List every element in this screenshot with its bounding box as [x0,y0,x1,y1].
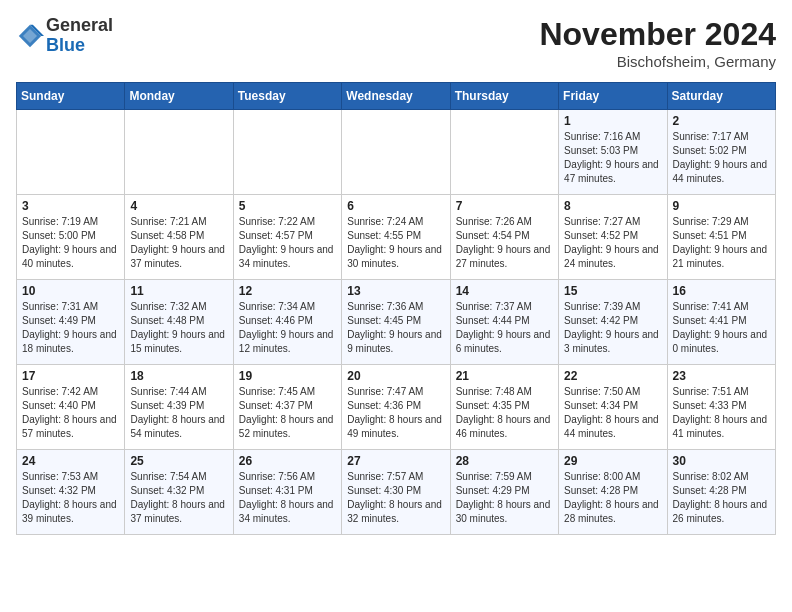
day-number: 8 [564,199,661,213]
calendar-week-4: 17Sunrise: 7:42 AM Sunset: 4:40 PM Dayli… [17,365,776,450]
calendar-cell: 30Sunrise: 8:02 AM Sunset: 4:28 PM Dayli… [667,450,775,535]
day-number: 6 [347,199,444,213]
day-info: Sunrise: 7:42 AM Sunset: 4:40 PM Dayligh… [22,385,119,441]
calendar-cell: 8Sunrise: 7:27 AM Sunset: 4:52 PM Daylig… [559,195,667,280]
day-info: Sunrise: 7:19 AM Sunset: 5:00 PM Dayligh… [22,215,119,271]
weekday-header-friday: Friday [559,83,667,110]
page-header: General Blue November 2024 Bischofsheim,… [16,16,776,70]
calendar-cell: 12Sunrise: 7:34 AM Sunset: 4:46 PM Dayli… [233,280,341,365]
calendar-week-2: 3Sunrise: 7:19 AM Sunset: 5:00 PM Daylig… [17,195,776,280]
calendar-cell: 27Sunrise: 7:57 AM Sunset: 4:30 PM Dayli… [342,450,450,535]
day-info: Sunrise: 7:57 AM Sunset: 4:30 PM Dayligh… [347,470,444,526]
calendar-cell [125,110,233,195]
calendar-cell: 3Sunrise: 7:19 AM Sunset: 5:00 PM Daylig… [17,195,125,280]
calendar-cell: 17Sunrise: 7:42 AM Sunset: 4:40 PM Dayli… [17,365,125,450]
day-number: 14 [456,284,553,298]
calendar-cell: 16Sunrise: 7:41 AM Sunset: 4:41 PM Dayli… [667,280,775,365]
day-number: 9 [673,199,770,213]
day-info: Sunrise: 7:32 AM Sunset: 4:48 PM Dayligh… [130,300,227,356]
day-number: 3 [22,199,119,213]
day-info: Sunrise: 7:21 AM Sunset: 4:58 PM Dayligh… [130,215,227,271]
weekday-header-saturday: Saturday [667,83,775,110]
day-info: Sunrise: 7:59 AM Sunset: 4:29 PM Dayligh… [456,470,553,526]
calendar-cell: 25Sunrise: 7:54 AM Sunset: 4:32 PM Dayli… [125,450,233,535]
calendar-cell: 24Sunrise: 7:53 AM Sunset: 4:32 PM Dayli… [17,450,125,535]
day-number: 10 [22,284,119,298]
day-info: Sunrise: 7:36 AM Sunset: 4:45 PM Dayligh… [347,300,444,356]
logo: General Blue [16,16,113,56]
calendar-cell: 11Sunrise: 7:32 AM Sunset: 4:48 PM Dayli… [125,280,233,365]
weekday-header-thursday: Thursday [450,83,558,110]
calendar-week-1: 1Sunrise: 7:16 AM Sunset: 5:03 PM Daylig… [17,110,776,195]
day-info: Sunrise: 7:16 AM Sunset: 5:03 PM Dayligh… [564,130,661,186]
calendar-cell [233,110,341,195]
calendar-cell: 18Sunrise: 7:44 AM Sunset: 4:39 PM Dayli… [125,365,233,450]
day-number: 12 [239,284,336,298]
day-info: Sunrise: 7:54 AM Sunset: 4:32 PM Dayligh… [130,470,227,526]
location: Bischofsheim, Germany [539,53,776,70]
day-info: Sunrise: 8:02 AM Sunset: 4:28 PM Dayligh… [673,470,770,526]
month-title: November 2024 [539,16,776,53]
calendar-header-row: SundayMondayTuesdayWednesdayThursdayFrid… [17,83,776,110]
calendar-cell: 10Sunrise: 7:31 AM Sunset: 4:49 PM Dayli… [17,280,125,365]
day-info: Sunrise: 8:00 AM Sunset: 4:28 PM Dayligh… [564,470,661,526]
day-number: 17 [22,369,119,383]
day-info: Sunrise: 7:56 AM Sunset: 4:31 PM Dayligh… [239,470,336,526]
day-number: 25 [130,454,227,468]
day-info: Sunrise: 7:39 AM Sunset: 4:42 PM Dayligh… [564,300,661,356]
day-info: Sunrise: 7:50 AM Sunset: 4:34 PM Dayligh… [564,385,661,441]
calendar-cell: 29Sunrise: 8:00 AM Sunset: 4:28 PM Dayli… [559,450,667,535]
day-number: 11 [130,284,227,298]
calendar-cell: 6Sunrise: 7:24 AM Sunset: 4:55 PM Daylig… [342,195,450,280]
calendar-cell: 4Sunrise: 7:21 AM Sunset: 4:58 PM Daylig… [125,195,233,280]
day-info: Sunrise: 7:17 AM Sunset: 5:02 PM Dayligh… [673,130,770,186]
day-number: 22 [564,369,661,383]
day-info: Sunrise: 7:37 AM Sunset: 4:44 PM Dayligh… [456,300,553,356]
calendar-cell: 5Sunrise: 7:22 AM Sunset: 4:57 PM Daylig… [233,195,341,280]
calendar-cell [450,110,558,195]
day-number: 23 [673,369,770,383]
calendar-cell: 19Sunrise: 7:45 AM Sunset: 4:37 PM Dayli… [233,365,341,450]
day-number: 13 [347,284,444,298]
calendar-cell: 22Sunrise: 7:50 AM Sunset: 4:34 PM Dayli… [559,365,667,450]
day-info: Sunrise: 7:31 AM Sunset: 4:49 PM Dayligh… [22,300,119,356]
calendar-cell: 9Sunrise: 7:29 AM Sunset: 4:51 PM Daylig… [667,195,775,280]
calendar-cell: 26Sunrise: 7:56 AM Sunset: 4:31 PM Dayli… [233,450,341,535]
day-number: 30 [673,454,770,468]
day-number: 26 [239,454,336,468]
day-number: 29 [564,454,661,468]
day-number: 15 [564,284,661,298]
calendar-cell: 15Sunrise: 7:39 AM Sunset: 4:42 PM Dayli… [559,280,667,365]
calendar-cell [342,110,450,195]
day-number: 21 [456,369,553,383]
calendar-cell: 20Sunrise: 7:47 AM Sunset: 4:36 PM Dayli… [342,365,450,450]
calendar-cell: 2Sunrise: 7:17 AM Sunset: 5:02 PM Daylig… [667,110,775,195]
day-info: Sunrise: 7:53 AM Sunset: 4:32 PM Dayligh… [22,470,119,526]
calendar-cell: 13Sunrise: 7:36 AM Sunset: 4:45 PM Dayli… [342,280,450,365]
calendar-cell: 28Sunrise: 7:59 AM Sunset: 4:29 PM Dayli… [450,450,558,535]
weekday-header-tuesday: Tuesday [233,83,341,110]
day-number: 5 [239,199,336,213]
day-info: Sunrise: 7:26 AM Sunset: 4:54 PM Dayligh… [456,215,553,271]
calendar-body: 1Sunrise: 7:16 AM Sunset: 5:03 PM Daylig… [17,110,776,535]
weekday-header-monday: Monday [125,83,233,110]
day-info: Sunrise: 7:34 AM Sunset: 4:46 PM Dayligh… [239,300,336,356]
day-number: 27 [347,454,444,468]
calendar-cell: 7Sunrise: 7:26 AM Sunset: 4:54 PM Daylig… [450,195,558,280]
calendar-cell: 21Sunrise: 7:48 AM Sunset: 4:35 PM Dayli… [450,365,558,450]
day-number: 19 [239,369,336,383]
day-number: 2 [673,114,770,128]
day-info: Sunrise: 7:41 AM Sunset: 4:41 PM Dayligh… [673,300,770,356]
day-number: 18 [130,369,227,383]
logo-icon [16,22,44,50]
day-info: Sunrise: 7:48 AM Sunset: 4:35 PM Dayligh… [456,385,553,441]
day-info: Sunrise: 7:29 AM Sunset: 4:51 PM Dayligh… [673,215,770,271]
day-info: Sunrise: 7:51 AM Sunset: 4:33 PM Dayligh… [673,385,770,441]
day-info: Sunrise: 7:22 AM Sunset: 4:57 PM Dayligh… [239,215,336,271]
day-number: 4 [130,199,227,213]
day-number: 7 [456,199,553,213]
day-info: Sunrise: 7:24 AM Sunset: 4:55 PM Dayligh… [347,215,444,271]
title-block: November 2024 Bischofsheim, Germany [539,16,776,70]
calendar-cell: 23Sunrise: 7:51 AM Sunset: 4:33 PM Dayli… [667,365,775,450]
day-info: Sunrise: 7:27 AM Sunset: 4:52 PM Dayligh… [564,215,661,271]
